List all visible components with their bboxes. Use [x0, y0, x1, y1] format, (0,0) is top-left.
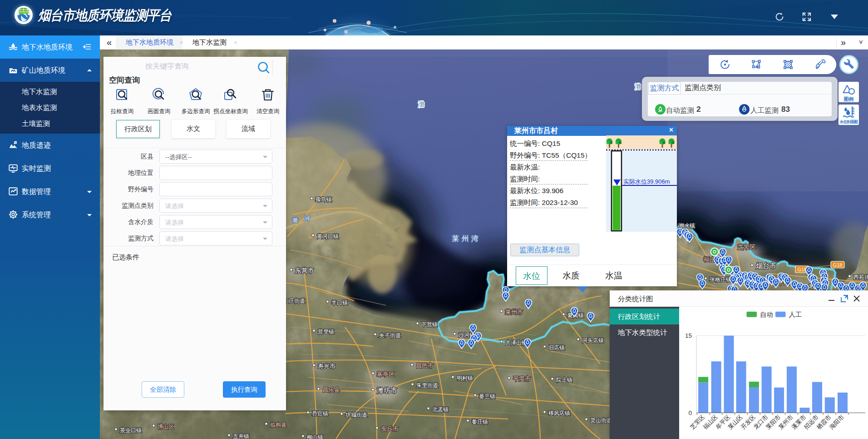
svg-text:芝罘区: 芝罘区: [738, 244, 755, 250]
svg-text:茶业口镇: 茶业口镇: [120, 427, 142, 434]
svg-text:乔官镇: 乔官镇: [312, 410, 328, 417]
svg-text:北孟镇: 北孟镇: [432, 406, 449, 413]
svg-text:营里镇: 营里镇: [318, 329, 334, 335]
svg-text:明村镇: 明村镇: [457, 375, 473, 381]
svg-text:安丘市: 安丘市: [381, 425, 399, 432]
svg-text:潍坊市: 潍坊市: [376, 386, 397, 394]
svg-text:G18: G18: [833, 262, 843, 268]
svg-text:院上镇: 院上镇: [556, 377, 572, 383]
svg-text:渤: 渤: [418, 100, 424, 108]
svg-text:旧店镇: 旧店镇: [548, 344, 565, 351]
svg-text:河: 河: [304, 215, 310, 222]
svg-text:坊城街道: 坊城街道: [345, 412, 367, 418]
svg-text:昌乐县: 昌乐县: [322, 386, 340, 393]
svg-text:丁庄街道: 丁庄街道: [283, 298, 305, 304]
svg-text:临朐县: 临朐县: [270, 422, 286, 428]
svg-text:灵山街道: 灵山街道: [590, 417, 612, 424]
svg-text:平度市: 平度市: [513, 375, 531, 382]
svg-text:烟台市: 烟台市: [756, 262, 776, 269]
svg-text:寒亭区: 寒亭区: [377, 371, 395, 378]
svg-text:渤: 渤: [635, 83, 641, 90]
svg-text:海阳市: 海阳市: [828, 414, 845, 431]
svg-text:潮水镇: 潮水镇: [679, 223, 695, 229]
svg-text:黄河口镇: 黄河口镇: [317, 233, 339, 239]
svg-text:姜庄镇: 姜庄镇: [472, 419, 488, 425]
svg-text:自动: 自动: [760, 311, 773, 318]
svg-text:莱 州 湾: 莱 州 湾: [452, 234, 478, 242]
svg-text:莱州市: 莱州市: [505, 309, 523, 315]
svg-text:河头店镇: 河头店镇: [582, 337, 604, 344]
svg-text:昌邑市: 昌邑市: [416, 362, 434, 369]
svg-text:央子街道: 央子街道: [379, 332, 401, 339]
svg-text:实际水位39.906m: 实际水位39.906m: [623, 178, 670, 185]
svg-text:朱里街道: 朱里街道: [416, 382, 438, 389]
svg-text:蒌兰镇: 蒌兰镇: [479, 393, 495, 399]
svg-text:西苑街道: 西苑街道: [853, 274, 868, 280]
svg-text:博山区: 博山区: [158, 424, 174, 430]
svg-text:柳山镇: 柳山镇: [307, 434, 323, 439]
svg-text:寿光市: 寿光市: [318, 363, 335, 369]
svg-text:人工: 人工: [789, 311, 802, 318]
svg-text:张格庄镇: 张格庄镇: [710, 276, 731, 283]
svg-text:15: 15: [685, 332, 692, 339]
svg-text:东营市: 东营市: [295, 267, 314, 274]
svg-text:下营镇: 下营镇: [421, 321, 438, 328]
svg-text:羊口镇: 羊口镇: [331, 299, 348, 306]
svg-text:孤岛镇: 孤岛镇: [315, 196, 332, 203]
svg-text:五井镇: 五井镇: [233, 433, 249, 439]
svg-text:移风店镇: 移风店镇: [548, 410, 570, 416]
svg-text:0: 0: [688, 409, 692, 416]
svg-text:黄: 黄: [292, 217, 298, 224]
svg-text:大泽山镇: 大泽山镇: [505, 339, 527, 346]
